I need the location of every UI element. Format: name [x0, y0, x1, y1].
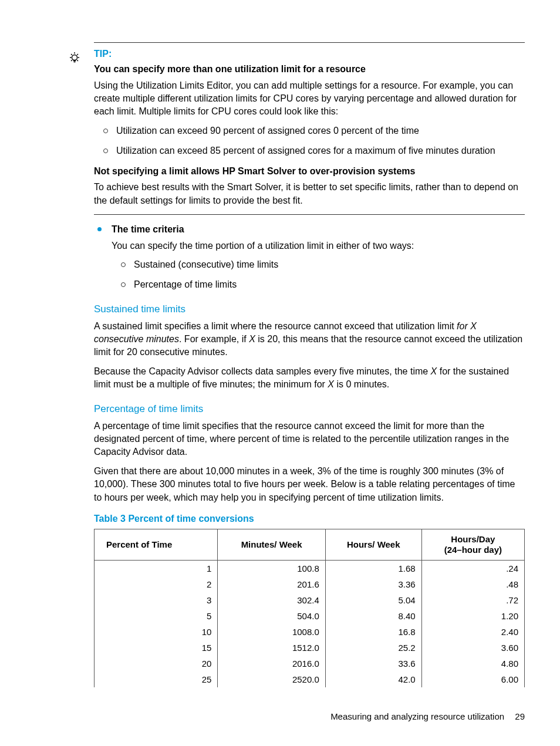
- table-cell: 2520.0: [218, 671, 325, 687]
- table-header-row: Percent of Time Minutes/ Week Hours/ Wee…: [95, 529, 525, 560]
- table-cell: 3.36: [325, 576, 421, 592]
- time-criteria-section: The time criteria You can specify the ti…: [94, 223, 525, 292]
- table-cell: 1008.0: [218, 624, 325, 640]
- table-cell: .48: [421, 576, 524, 592]
- content-area: TIP: You can specify more than one utili…: [94, 42, 525, 292]
- page-footer: Measuring and analyzing resource utiliza…: [330, 711, 525, 721]
- tip-bullet-list-1: Utilization can exceed 90 percent of ass…: [94, 124, 525, 158]
- sustained-p1: A sustained limit specifies a limit wher…: [94, 320, 525, 359]
- table-cell: 201.6: [218, 576, 325, 592]
- footer-text: Measuring and analyzing resource utiliza…: [330, 711, 504, 721]
- table-cell: 1: [95, 560, 218, 576]
- table-cell: 5.04: [325, 592, 421, 608]
- text-span: . For example, if: [179, 334, 249, 344]
- table-cell: 4.80: [421, 656, 524, 671]
- col-header-line1: Hours/Day: [451, 534, 495, 544]
- percentage-p1: A percentage of time limit specifies tha…: [94, 420, 525, 459]
- table-title: Table 3 Percent of time conversions: [94, 514, 525, 524]
- text-span-italic: X: [249, 334, 255, 344]
- table-cell: 1512.0: [218, 640, 325, 656]
- col-header: Hours/Day(24–hour day): [421, 529, 524, 560]
- col-header: Percent of Time: [95, 529, 218, 560]
- time-criteria-title: The time criteria: [112, 223, 525, 236]
- table-row: 252520.042.06.00: [95, 671, 525, 687]
- table-cell: 1.20: [421, 608, 524, 624]
- text-span: is 0 minutes.: [334, 379, 389, 389]
- col-header: Hours/ Week: [325, 529, 421, 560]
- time-criteria-intro: You can specify the time portion of a ut…: [112, 239, 525, 252]
- table-cell: 8.40: [325, 608, 421, 624]
- table-cell: 3.60: [421, 640, 524, 656]
- table-cell: .72: [421, 592, 524, 608]
- table-row: 151512.025.23.60: [95, 640, 525, 656]
- table-cell: 5: [95, 608, 218, 624]
- table-cell: 33.6: [325, 656, 421, 671]
- table-row: 5504.08.401.20: [95, 608, 525, 624]
- tip-paragraph-2: To achieve best results with the Smart S…: [94, 181, 525, 207]
- text-span: Because the Capacity Advisor collects da…: [94, 366, 431, 376]
- table-cell: 25: [95, 671, 218, 687]
- table-cell: 20: [95, 656, 218, 671]
- sustained-p2: Because the Capacity Advisor collects da…: [94, 365, 525, 391]
- table-cell: .24: [421, 560, 524, 576]
- table-cell: 2016.0: [218, 656, 325, 671]
- percentage-p2: Given that there are about 10,000 minute…: [94, 465, 525, 504]
- table-cell: 10: [95, 624, 218, 640]
- sustained-heading: Sustained time limits: [94, 303, 525, 315]
- table-cell: 15: [95, 640, 218, 656]
- text-span: A sustained limit specifies a limit wher…: [94, 321, 457, 331]
- tip-heading-1: You can specify more than one utilizatio…: [94, 63, 525, 76]
- body-sections: Sustained time limits A sustained limit …: [94, 303, 525, 687]
- percentage-heading: Percentage of time limits: [94, 403, 525, 415]
- tip-box: TIP: You can specify more than one utili…: [94, 42, 525, 215]
- list-item: Sustained (consecutive) time limits: [134, 258, 525, 271]
- col-header: Minutes/ Week: [218, 529, 325, 560]
- list-item: Percentage of time limits: [134, 278, 525, 291]
- table-row: 2201.63.36.48: [95, 576, 525, 592]
- table-row: 1100.81.68.24: [95, 560, 525, 576]
- tip-paragraph-1: Using the Utilization Limits Editor, you…: [94, 79, 525, 119]
- table-cell: 16.8: [325, 624, 421, 640]
- table-cell: 100.8: [218, 560, 325, 576]
- table-cell: 25.2: [325, 640, 421, 656]
- svg-point-0: [72, 55, 77, 60]
- list-item: The time criteria You can specify the ti…: [94, 223, 525, 292]
- tip-label: TIP:: [94, 49, 525, 59]
- table-cell: 3: [95, 592, 218, 608]
- table-cell: 2.40: [421, 624, 524, 640]
- page-number: 29: [515, 711, 525, 721]
- text-span-italic: X: [431, 366, 437, 376]
- table-row: 3302.45.04.72: [95, 592, 525, 608]
- col-header-line2: (24–hour day): [444, 545, 502, 555]
- table-row: 101008.016.82.40: [95, 624, 525, 640]
- table-cell: 1.68: [325, 560, 421, 576]
- document-page: TIP: You can specify more than one utili…: [0, 0, 560, 746]
- table-cell: 6.00: [421, 671, 524, 687]
- table-cell: 42.0: [325, 671, 421, 687]
- tip-heading-2: Not specifying a limit allows HP Smart S…: [94, 165, 525, 178]
- table-cell: 302.4: [218, 592, 325, 608]
- list-item: Utilization can exceed 85 percent of ass…: [116, 144, 525, 157]
- table-row: 202016.033.64.80: [95, 656, 525, 671]
- tip-lightbulb-icon: [68, 51, 82, 65]
- table-cell: 2: [95, 576, 218, 592]
- table-cell: 504.0: [218, 608, 325, 624]
- conversion-table: Percent of Time Minutes/ Week Hours/ Wee…: [94, 529, 525, 687]
- list-item: Utilization can exceed 90 percent of ass…: [116, 124, 525, 137]
- time-criteria-sublist: Sustained (consecutive) time limits Perc…: [112, 258, 525, 292]
- text-span-italic: X: [328, 379, 334, 389]
